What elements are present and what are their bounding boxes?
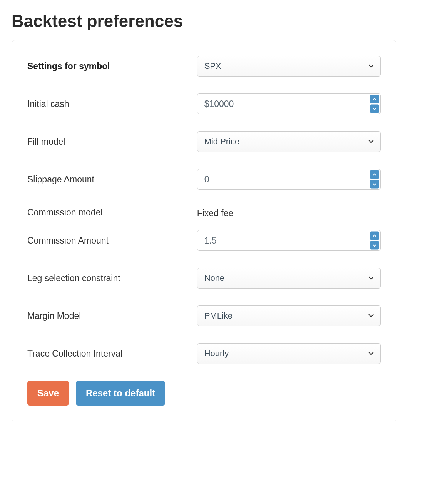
- page-title: Backtest preferences: [12, 12, 433, 31]
- trace-interval-value: Hourly: [197, 343, 381, 364]
- row-fill-model: Fill model Mid Price: [27, 131, 381, 152]
- slippage-stepper: [370, 170, 379, 189]
- row-leg-selection: Leg selection constraint None: [27, 268, 381, 289]
- commission-amount-stepper: [370, 232, 379, 250]
- label-fill-model: Fill model: [27, 137, 197, 147]
- label-leg-selection: Leg selection constraint: [27, 273, 197, 284]
- reset-button[interactable]: Reset to default: [76, 381, 165, 406]
- step-up-icon[interactable]: [370, 95, 379, 103]
- step-up-icon[interactable]: [370, 170, 379, 179]
- step-down-icon[interactable]: [370, 105, 379, 113]
- leg-selection-select[interactable]: None: [197, 268, 381, 289]
- preferences-card: Settings for symbol SPX Initial cash: [12, 40, 396, 421]
- initial-cash-input[interactable]: [197, 93, 381, 114]
- label-slippage: Slippage Amount: [27, 174, 197, 185]
- action-bar: Save Reset to default: [27, 381, 381, 406]
- label-commission-model: Commission model: [27, 207, 197, 218]
- leg-selection-value: None: [197, 268, 381, 289]
- row-commission-model: Commission model Fixed fee: [27, 207, 381, 219]
- symbol-select[interactable]: SPX: [197, 56, 381, 77]
- fill-model-value: Mid Price: [197, 131, 381, 152]
- row-slippage: Slippage Amount: [27, 169, 381, 190]
- trace-interval-select[interactable]: Hourly: [197, 343, 381, 364]
- commission-amount-input[interactable]: [197, 230, 381, 251]
- row-trace-interval: Trace Collection Interval Hourly: [27, 343, 381, 364]
- row-commission-amount: Commission Amount: [27, 230, 381, 251]
- symbol-select-value: SPX: [197, 56, 381, 77]
- initial-cash-stepper: [370, 95, 379, 113]
- label-initial-cash: Initial cash: [27, 99, 197, 109]
- slippage-input[interactable]: [197, 169, 381, 190]
- row-initial-cash: Initial cash: [27, 93, 381, 114]
- step-up-icon[interactable]: [370, 232, 379, 240]
- row-margin-model: Margin Model PMLike: [27, 305, 381, 326]
- step-down-icon[interactable]: [370, 180, 379, 189]
- label-commission-amount: Commission Amount: [27, 235, 197, 246]
- commission-model-value: Fixed fee: [197, 207, 381, 219]
- row-symbol: Settings for symbol SPX: [27, 56, 381, 77]
- label-margin-model: Margin Model: [27, 311, 197, 321]
- label-symbol: Settings for symbol: [27, 61, 197, 72]
- save-button[interactable]: Save: [27, 381, 69, 406]
- margin-model-value: PMLike: [197, 305, 381, 326]
- step-down-icon[interactable]: [370, 241, 379, 250]
- margin-model-select[interactable]: PMLike: [197, 305, 381, 326]
- fill-model-select[interactable]: Mid Price: [197, 131, 381, 152]
- label-trace-interval: Trace Collection Interval: [27, 349, 197, 359]
